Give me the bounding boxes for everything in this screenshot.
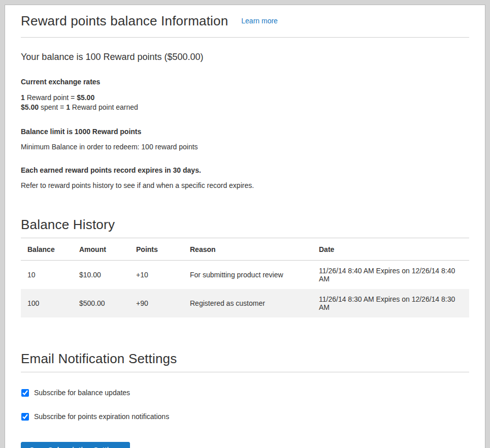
exchange-rate-2-text-end: Reward point earned <box>70 103 138 111</box>
cell-amount: $500.00 <box>74 289 131 317</box>
cell-reason: Registered as customer <box>185 289 314 317</box>
save-subscription-settings-button[interactable]: Save Subscription Settings <box>21 442 130 448</box>
exchange-rate-2-text: spent = <box>39 103 66 111</box>
page-title: Reward points balance Information <box>21 13 228 28</box>
table-row: 100 $500.00 +90 Registered as customer 1… <box>21 289 469 317</box>
learn-more-link[interactable]: Learn more <box>241 17 278 25</box>
balance-history-heading: Balance History <box>21 217 115 232</box>
cell-balance: 100 <box>21 289 74 317</box>
exchange-rate-line-1: 1 Reward point = $5.00 <box>21 93 469 103</box>
page-title-row: Reward points balance Information Learn … <box>21 13 469 38</box>
exchange-rate-line-2: $5.00 spent = 1 Reward point earned <box>21 103 469 112</box>
reward-points-panel: Reward points balance Information Learn … <box>5 5 485 448</box>
exchange-rate-2-amount: $5.00 <box>21 103 39 111</box>
cell-date: 11/26/14 8:40 AM Expires on 12/26/14 8:4… <box>314 261 469 290</box>
expiry-note-text: Refer to reward points history to see if… <box>21 181 469 189</box>
exchange-rate-1-text: Reward point = <box>25 93 77 102</box>
subscribe-balance-updates-row: Subscribe for balance updates <box>21 389 469 397</box>
exchange-rate-1-amount: $5.00 <box>77 93 94 102</box>
column-header-points: Points <box>131 238 185 261</box>
table-header-row: Balance Amount Points Reason Date <box>21 238 469 261</box>
exchange-rate-lines: 1 Reward point = $5.00 $5.00 spent = 1 R… <box>21 93 469 112</box>
cell-balance: 10 <box>21 261 74 290</box>
cell-points: +90 <box>131 289 185 317</box>
email-notification-heading: Email Notification Settings <box>21 351 177 366</box>
cell-points: +10 <box>131 261 185 290</box>
balance-history-heading-row: Balance History <box>21 217 469 238</box>
exchange-rate-1-points: 1 <box>21 93 25 102</box>
cell-reason: For submitting product review <box>185 261 314 290</box>
cell-date: 11/26/14 8:30 AM Expires on 12/26/14 8:3… <box>314 289 469 317</box>
minimum-balance-text: Minimum Balance in order to redeem: 100 … <box>21 143 469 151</box>
column-header-balance: Balance <box>21 238 74 261</box>
expiry-text: Each earned reward points record expires… <box>21 166 469 174</box>
subscribe-expiration-row: Subscribe for points expiration notifica… <box>21 412 469 421</box>
balance-limit-text: Balance limit is 1000 Reward points <box>21 127 469 136</box>
table-row: 10 $10.00 +10 For submitting product rev… <box>21 261 469 290</box>
subscribe-expiration-checkbox[interactable] <box>21 413 29 421</box>
subscribe-balance-updates-checkbox[interactable] <box>21 389 29 397</box>
email-notification-heading-row: Email Notification Settings <box>21 351 469 372</box>
column-header-date: Date <box>314 238 469 261</box>
exchange-rates-heading: Current exchange rates <box>21 78 469 86</box>
cell-amount: $10.00 <box>74 261 131 290</box>
exchange-rate-2-points: 1 <box>66 103 70 111</box>
page-background: Reward points balance Information Learn … <box>0 0 490 448</box>
subscribe-balance-updates-label[interactable]: Subscribe for balance updates <box>34 389 130 397</box>
column-header-reason: Reason <box>185 238 314 261</box>
balance-summary: Your balance is 100 Reward points ($500.… <box>21 52 469 62</box>
subscribe-expiration-label[interactable]: Subscribe for points expiration notifica… <box>34 412 169 421</box>
balance-history-table: Balance Amount Points Reason Date 10 $10… <box>21 238 469 317</box>
column-header-amount: Amount <box>74 238 131 261</box>
